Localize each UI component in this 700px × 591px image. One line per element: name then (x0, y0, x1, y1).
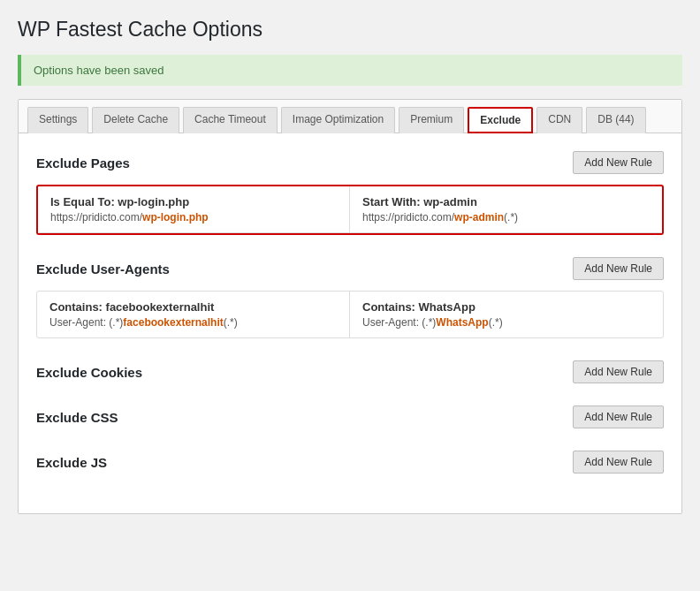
section-header-exclude-pages: Exclude Pages Add New Rule (36, 151, 664, 174)
main-panel: Settings Delete Cache Cache Timeout Imag… (18, 99, 682, 514)
section-title-user-agents: Exclude User-Agents (36, 261, 170, 277)
success-notice: Options have been saved (18, 55, 682, 86)
rule-item-facebook: Contains: facebookexternalhit User-Agent… (37, 292, 350, 337)
add-rule-button-css[interactable]: Add New Rule (573, 405, 664, 428)
rule-title-facebook: Contains: facebookexternalhit (49, 300, 337, 314)
section-header-css: Exclude CSS Add New Rule (36, 405, 664, 428)
tab-exclude[interactable]: Exclude (468, 107, 533, 133)
section-title-exclude-pages: Exclude Pages (36, 155, 130, 170)
rule-title-wp-login: Is Equal To: wp-login.php (50, 195, 337, 208)
notice-message: Options have been saved (34, 64, 164, 77)
tab-cache-timeout[interactable]: Cache Timeout (183, 107, 278, 133)
add-rule-button-user-agents[interactable]: Add New Rule (573, 257, 664, 280)
tab-settings[interactable]: Settings (27, 107, 88, 133)
section-header-js: Exclude JS Add New Rule (36, 451, 664, 474)
section-exclude-js: Exclude JS Add New Rule (36, 451, 664, 474)
add-rule-button-pages[interactable]: Add New Rule (573, 151, 664, 174)
tab-delete-cache[interactable]: Delete Cache (92, 107, 179, 133)
section-exclude-user-agents: Exclude User-Agents Add New Rule Contain… (36, 257, 664, 338)
tab-image-optimization[interactable]: Image Optimization (281, 107, 395, 133)
add-rule-button-js[interactable]: Add New Rule (573, 451, 664, 474)
tab-db[interactable]: DB (44) (586, 107, 645, 133)
rules-container-user-agents: Contains: facebookexternalhit User-Agent… (36, 291, 664, 338)
rule-title-wp-admin: Start With: wp-admin (362, 195, 650, 208)
tab-cdn[interactable]: CDN (536, 107, 582, 133)
add-rule-button-cookies[interactable]: Add New Rule (573, 360, 664, 383)
section-header-user-agents: Exclude User-Agents Add New Rule (36, 257, 664, 280)
section-title-js: Exclude JS (36, 455, 107, 470)
page-title: WP Fastest Cache Options (18, 18, 682, 42)
section-header-cookies: Exclude Cookies Add New Rule (36, 360, 664, 383)
section-title-cookies: Exclude Cookies (36, 365, 142, 380)
tabs-row: Settings Delete Cache Cache Timeout Imag… (19, 100, 681, 133)
content-area: Exclude Pages Add New Rule Is Equal To: … (19, 133, 681, 513)
section-title-css: Exclude CSS (36, 410, 118, 425)
rule-title-whatsapp: Contains: WhatsApp (362, 300, 651, 314)
rule-item-wp-login: Is Equal To: wp-login.php https://pridic… (38, 186, 350, 233)
rule-url-wp-admin: https://pridicto.com/wp-admin(.*) (362, 211, 650, 224)
rules-container-pages: Is Equal To: wp-login.php https://pridic… (36, 185, 664, 235)
rule-item-whatsapp: Contains: WhatsApp User-Agent: (.*)Whats… (350, 292, 663, 337)
rule-url-wp-login: https://pridicto.com/wp-login.php (50, 211, 337, 224)
page-wrapper: WP Fastest Cache Options Options have be… (0, 0, 700, 591)
section-exclude-pages: Exclude Pages Add New Rule Is Equal To: … (36, 151, 664, 235)
rule-url-highlight-wp-admin: wp-admin (454, 211, 504, 224)
rule-url-highlight-wp-login: wp-login.php (142, 211, 209, 224)
section-exclude-cookies: Exclude Cookies Add New Rule (36, 360, 664, 383)
tab-premium[interactable]: Premium (399, 107, 464, 133)
rule-url-whatsapp: User-Agent: (.*)WhatsApp(.*) (362, 316, 651, 329)
section-exclude-css: Exclude CSS Add New Rule (36, 405, 664, 428)
rule-url-highlight-facebook: facebookexternalhit (123, 316, 223, 329)
rule-url-highlight-whatsapp: WhatsApp (436, 316, 488, 329)
rule-url-facebook: User-Agent: (.*)facebookexternalhit(.*) (49, 316, 337, 329)
rule-item-wp-admin: Start With: wp-admin https://pridicto.co… (350, 186, 662, 233)
